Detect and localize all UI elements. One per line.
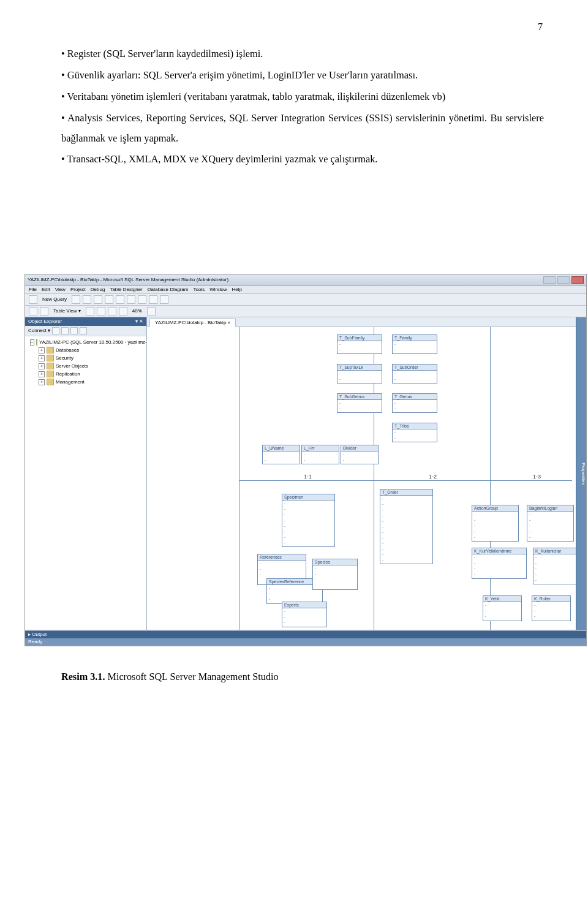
bullet-register: • Register (SQL Server'ların kaydedilmes… (61, 44, 544, 64)
diagram-table[interactable]: Divider·· (341, 445, 379, 464)
tree-security[interactable]: + Security (36, 354, 144, 362)
tb-icon[interactable] (94, 295, 102, 304)
oe-icon[interactable] (61, 327, 69, 334)
tree-server-node[interactable]: − YAZILIMZ-PC (SQL Server 10.50.2500 - y… (28, 338, 144, 346)
tree-management[interactable]: + Management (36, 378, 144, 386)
tb-icon[interactable] (72, 295, 80, 304)
oe-icon[interactable] (70, 327, 78, 334)
diagram-table-header: T_SubOrder (393, 364, 437, 371)
diagram-table[interactable]: T_Genus·· (392, 393, 437, 413)
diagram-table-header: References (258, 554, 306, 561)
tb-icon[interactable] (40, 307, 48, 315)
expand-icon[interactable]: + (39, 347, 45, 353)
menu-database-diagram[interactable]: Database Diagram (148, 287, 189, 292)
tree-replication[interactable]: + Replication (36, 370, 144, 378)
diagram-table[interactable]: Experts··· (282, 602, 327, 627)
expand-icon[interactable]: + (39, 355, 45, 361)
panel-pin-icon[interactable]: ▾ ✕ (135, 319, 143, 324)
page-number: 7 (61, 17, 544, 37)
tb-icon[interactable] (149, 295, 157, 304)
diagram-canvas[interactable]: 1-1 1-2 1-3 T_SubFamily··T_Family··T_Sup… (147, 327, 576, 630)
bullet-security: • Güvenlik ayarları: SQL Server'a erişim… (61, 66, 544, 86)
diagram-table[interactable]: K_Yetki··· (483, 595, 522, 621)
object-explorer-title: Object Explorer (28, 319, 62, 324)
diagram-table[interactable]: K_KurYetkilendirme···· (472, 548, 527, 578)
diagram-table[interactable]: T_Family·· (392, 334, 437, 354)
tb-icon[interactable] (127, 295, 135, 304)
tb-icon[interactable] (29, 307, 37, 315)
menu-help[interactable]: Help (232, 287, 242, 292)
object-explorer-tree[interactable]: − YAZILIMZ-PC (SQL Server 10.50.2500 - y… (25, 336, 146, 630)
tb-icon[interactable] (83, 295, 91, 304)
figure-caption: Resim 3.1. Microsoft SQL Server Manageme… (61, 667, 544, 687)
menu-view[interactable]: View (55, 287, 66, 292)
diagram-table[interactable]: K_Roller··· (532, 595, 571, 621)
diagram-table[interactable]: ActionGroup····· (472, 505, 519, 541)
tb-icon[interactable] (116, 295, 124, 304)
diagram-table[interactable]: T_SupTaxLk·· (337, 364, 382, 383)
tb-icon[interactable] (105, 295, 113, 304)
tree-label: Security (56, 356, 74, 361)
diagram-table[interactable]: L_Hrr·· (301, 445, 339, 464)
tb-icon[interactable] (138, 295, 146, 304)
menu-debug[interactable]: Debug (91, 287, 105, 292)
folder-icon (47, 371, 54, 377)
tb-icon[interactable] (97, 307, 105, 315)
ssms-window: YAZILIMZ-PC\biotakip - BioTakip - Micros… (24, 274, 587, 646)
zoom-field[interactable]: 40% (130, 309, 145, 314)
folder-icon (47, 347, 54, 353)
output-label: ▸ Output (28, 632, 47, 637)
oe-icon[interactable] (52, 327, 59, 334)
diagram-table-header: K_Kullanicilar (533, 548, 576, 554)
minimize-button[interactable] (543, 276, 556, 284)
diagram-table[interactable]: T_SubFamily·· (337, 334, 382, 354)
connect-toolbar: Connect ▾ (25, 326, 146, 336)
tb-icon[interactable] (147, 307, 156, 315)
diagram-table[interactable]: L_UName·· (262, 445, 300, 464)
properties-tab[interactable]: Properties (576, 317, 586, 630)
bullet-services: • Analysis Services, Reporting Services,… (61, 108, 544, 149)
diagram-table[interactable]: T_SubOrder·· (392, 364, 437, 383)
expand-icon[interactable]: + (39, 363, 45, 369)
diagram-table[interactable]: BaglantiLoglari····· (527, 505, 574, 541)
output-panel-header[interactable]: ▸ Output (25, 630, 586, 638)
tb-icon[interactable] (119, 307, 127, 315)
menu-edit[interactable]: Edit (42, 287, 50, 292)
document-tabs: YAZILIMZ-PC\biotakip - BioTakip × (147, 317, 576, 327)
diagram-table[interactable]: Species···· (312, 559, 358, 589)
maximize-button[interactable] (557, 276, 570, 284)
diagram-table[interactable]: T_Order············ (380, 489, 433, 564)
tb-icon[interactable] (160, 295, 168, 304)
expand-icon[interactable]: + (39, 379, 45, 385)
tb-icon[interactable] (86, 307, 94, 315)
tree-label: Replication (56, 372, 80, 377)
menu-file[interactable]: File (29, 287, 37, 292)
menu-table-designer[interactable]: Table Designer (110, 287, 142, 292)
connect-button[interactable]: Connect ▾ (28, 328, 50, 333)
expand-icon[interactable]: + (39, 371, 45, 377)
tb-icon[interactable] (29, 295, 37, 304)
folder-icon (47, 355, 54, 361)
new-query-button[interactable]: New Query (40, 297, 69, 302)
table-view-dropdown[interactable]: Table View ▾ (51, 309, 83, 314)
tb-icon[interactable] (108, 307, 116, 315)
diagram-table-header: L_Hrr (302, 445, 339, 451)
menu-window[interactable]: Window (209, 287, 227, 292)
diagram-table[interactable]: Specimen········ (282, 494, 335, 547)
diagram-table-header: Specimen (282, 494, 334, 500)
diagram-table[interactable]: T_Tribe·· (392, 423, 437, 442)
close-button[interactable] (571, 276, 584, 284)
menu-tools[interactable]: Tools (193, 287, 205, 292)
diagram-table[interactable]: K_Kullanicilar····· (533, 548, 576, 584)
tree-server-objects[interactable]: + Server Objects (36, 362, 144, 370)
tree-databases[interactable]: + Databases (36, 346, 144, 354)
diagram-table-header: T_SubFamily (337, 335, 382, 341)
titlebar: YAZILIMZ-PC\biotakip - BioTakip - Micros… (25, 274, 586, 286)
oe-icon[interactable] (80, 327, 87, 334)
diagram-table-header: BaglantiLoglari (527, 505, 573, 512)
diagram-table[interactable]: T_SubGenus·· (337, 393, 382, 413)
collapse-icon[interactable]: − (30, 339, 34, 346)
page-divider (239, 327, 239, 630)
diagram-tab[interactable]: YAZILIMZ-PC\biotakip - BioTakip × (149, 319, 236, 327)
menu-project[interactable]: Project (70, 287, 86, 292)
